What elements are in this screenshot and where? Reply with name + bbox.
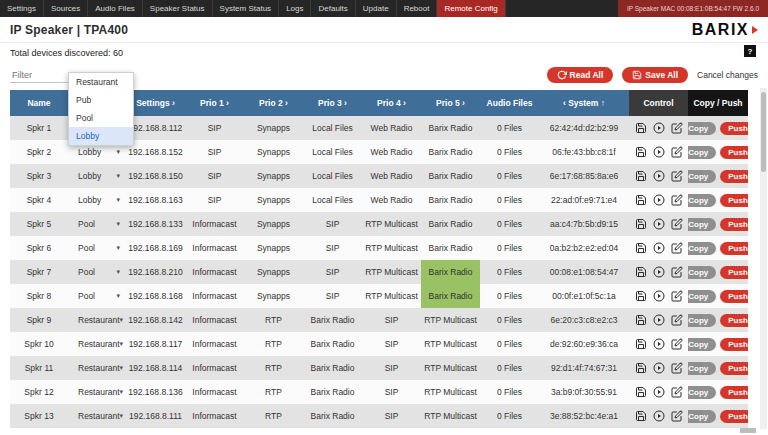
audio-files-cell[interactable]: 0 Files — [480, 308, 539, 332]
save-all-button[interactable]: Save All — [622, 67, 688, 83]
play-icon[interactable] — [653, 338, 665, 350]
prio2-cell[interactable]: RTP — [244, 380, 303, 404]
save-icon[interactable] — [635, 146, 647, 158]
dropdown-option-restaurant[interactable]: Restaurant — [69, 73, 133, 91]
prio5-cell[interactable]: Barix Radio — [421, 140, 480, 164]
group-select[interactable]: Pool ▾ — [70, 291, 124, 301]
settings-ip-cell[interactable]: 192.168.8.152 — [126, 140, 185, 164]
column-header-5[interactable]: Prio 3 › — [303, 90, 362, 116]
group-select[interactable]: Restaurant ▾ — [70, 411, 124, 421]
push-button[interactable]: Push — [720, 194, 748, 207]
audio-files-cell[interactable]: 0 Files — [480, 188, 539, 212]
edit-icon[interactable] — [671, 410, 683, 422]
nav-item-reboot[interactable]: Reboot — [397, 0, 438, 17]
column-header-3[interactable]: Prio 1 › — [185, 90, 244, 116]
column-header-0[interactable]: Name — [10, 90, 68, 116]
group-select[interactable]: Restaurant ▾ — [70, 315, 124, 325]
prio1-cell[interactable]: Informacast — [185, 236, 244, 260]
push-button[interactable]: Push — [720, 218, 748, 231]
save-icon[interactable] — [635, 242, 647, 254]
group-select[interactable]: Restaurant ▾ — [70, 387, 124, 397]
copy-button[interactable]: Copy — [688, 290, 716, 303]
prio4-cell[interactable]: Web Radio — [362, 164, 421, 188]
prio4-cell[interactable]: Web Radio — [362, 116, 421, 140]
push-button[interactable]: Push — [720, 122, 748, 135]
play-icon[interactable] — [653, 410, 665, 422]
play-icon[interactable] — [653, 290, 665, 302]
group-select[interactable]: Lobby ▾ — [70, 147, 124, 157]
play-icon[interactable] — [653, 242, 665, 254]
play-icon[interactable] — [653, 194, 665, 206]
edit-icon[interactable] — [671, 170, 683, 182]
column-header-2[interactable]: Settings › — [126, 90, 185, 116]
prio1-cell[interactable]: Informacast — [185, 356, 244, 380]
group-select[interactable]: Restaurant ▾ — [70, 339, 124, 349]
group-select[interactable]: Pool ▾ — [70, 219, 124, 229]
settings-ip-cell[interactable]: 192.168.8.114 — [126, 356, 185, 380]
settings-ip-cell[interactable]: 192.168.8.111 — [126, 404, 185, 428]
edit-icon[interactable] — [671, 242, 683, 254]
prio1-cell[interactable]: SIP — [185, 164, 244, 188]
edit-icon[interactable] — [671, 266, 683, 278]
play-icon[interactable] — [653, 266, 665, 278]
settings-ip-cell[interactable]: 192.168.8.136 — [126, 380, 185, 404]
settings-ip-cell[interactable]: 192.168.8.210 — [126, 260, 185, 284]
push-button[interactable]: Push — [720, 242, 748, 255]
prio1-cell[interactable]: Informacast — [185, 332, 244, 356]
edit-icon[interactable] — [671, 146, 683, 158]
audio-files-cell[interactable]: 0 Files — [480, 332, 539, 356]
group-select[interactable]: Restaurant ▾ — [70, 363, 124, 373]
prio4-cell[interactable]: RTP Multicast — [362, 212, 421, 236]
save-icon[interactable] — [635, 170, 647, 182]
save-icon[interactable] — [635, 386, 647, 398]
prio4-cell[interactable]: RTP Multicast — [362, 284, 421, 308]
save-icon[interactable] — [635, 410, 647, 422]
push-button[interactable]: Push — [720, 290, 748, 303]
prio4-cell[interactable]: Web Radio — [362, 188, 421, 212]
push-button[interactable]: Push — [720, 362, 748, 375]
save-icon[interactable] — [635, 218, 647, 230]
push-button[interactable]: Push — [720, 386, 748, 399]
column-header-4[interactable]: Prio 2 › — [244, 90, 303, 116]
play-icon[interactable] — [653, 122, 665, 134]
copy-button[interactable]: Copy — [688, 242, 716, 255]
edit-icon[interactable] — [671, 338, 683, 350]
nav-item-audio-files[interactable]: Audio Files — [88, 0, 143, 17]
prio3-cell[interactable]: Barix Radio — [303, 404, 362, 428]
edit-icon[interactable] — [671, 218, 683, 230]
prio4-cell[interactable]: RTP Multicast — [362, 260, 421, 284]
group-select[interactable]: Lobby ▾ — [70, 171, 124, 181]
dropdown-option-pub[interactable]: Pub — [69, 91, 133, 109]
prio3-cell[interactable]: Local Files — [303, 188, 362, 212]
nav-item-speaker-status[interactable]: Speaker Status — [143, 0, 213, 17]
save-icon[interactable] — [635, 362, 647, 374]
audio-files-cell[interactable]: 0 Files — [480, 212, 539, 236]
read-all-button[interactable]: Read All — [547, 67, 614, 83]
edit-icon[interactable] — [671, 290, 683, 302]
save-icon[interactable] — [635, 338, 647, 350]
prio2-cell[interactable]: RTP — [244, 404, 303, 428]
audio-files-cell[interactable]: 0 Files — [480, 380, 539, 404]
copy-button[interactable]: Copy — [688, 386, 716, 399]
nav-item-sources[interactable]: Sources — [44, 0, 88, 17]
prio5-cell[interactable]: Barix Radio — [421, 164, 480, 188]
save-icon[interactable] — [635, 266, 647, 278]
prio2-cell[interactable]: RTP — [244, 332, 303, 356]
prio1-cell[interactable]: Informacast — [185, 404, 244, 428]
save-icon[interactable] — [635, 122, 647, 134]
copy-button[interactable]: Copy — [688, 218, 716, 231]
prio4-cell[interactable]: SIP — [362, 332, 421, 356]
prio5-cell[interactable]: RTP Multicast — [421, 380, 480, 404]
prio5-cell[interactable]: Barix Radio — [421, 116, 480, 140]
prio2-cell[interactable]: Synapps — [244, 116, 303, 140]
audio-files-cell[interactable]: 0 Files — [480, 164, 539, 188]
prio5-cell[interactable]: RTP Multicast — [421, 332, 480, 356]
prio1-cell[interactable]: SIP — [185, 188, 244, 212]
group-select[interactable]: Pool ▾ — [70, 243, 124, 253]
prio3-cell[interactable]: Local Files — [303, 116, 362, 140]
prio4-cell[interactable]: Web Radio — [362, 140, 421, 164]
settings-ip-cell[interactable]: 192.168.8.168 — [126, 284, 185, 308]
nav-item-settings[interactable]: Settings — [0, 0, 44, 17]
prio5-cell[interactable]: Barix Radio — [421, 260, 480, 284]
dropdown-option-pool[interactable]: Pool — [69, 109, 133, 127]
